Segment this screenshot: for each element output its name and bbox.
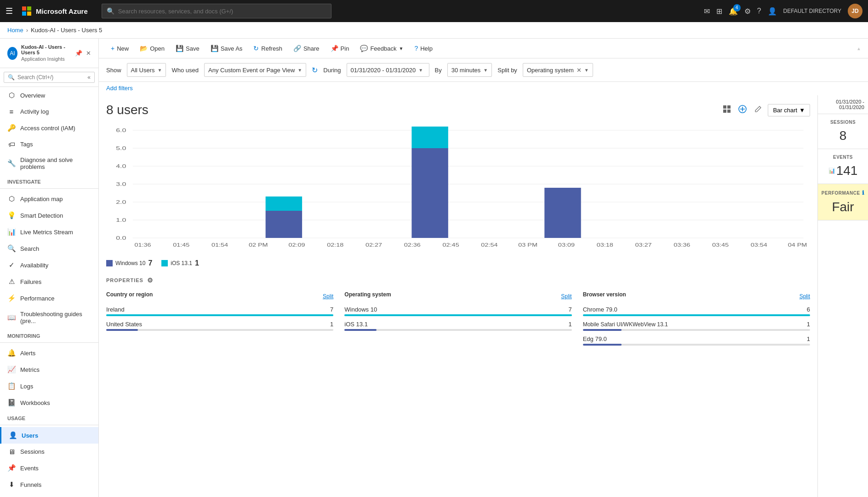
split-os-link[interactable]: Split [561,293,571,300]
search-input[interactable] [118,8,326,15]
sidebar-item-metrics[interactable]: 📈 Metrics [0,361,98,378]
sidebar-item-search[interactable]: 🔍 Search [0,240,98,257]
who-used-select[interactable]: Any Custom Event or Page View ▼ [204,63,306,77]
split-browser-link[interactable]: Split [799,293,810,300]
sidebar-item-sessions[interactable]: 🖥 Sessions [0,444,98,460]
notifications-icon[interactable]: 🔔 4 [729,7,738,16]
portal-icon[interactable]: ⊞ [716,7,722,16]
pin-icon: 📌 [331,45,338,52]
during-value: 01/31/2020 - 01/31/2020 [351,67,416,74]
settings-icon[interactable]: ⚙ [744,7,751,16]
sidebar-item-users[interactable]: 👤 Users [0,427,98,444]
sidebar-item-performance[interactable]: ⚡ Performance [0,290,98,306]
feedback-button[interactable]: 💬 Feedback ▼ [355,42,408,54]
sidebar-item-diagnose[interactable]: 🔧 Diagnose and solve problems [0,152,98,174]
sidebar-search-icon: 🔍 [8,74,15,81]
sidebar-item-workbooks[interactable]: 📓 Workbooks [0,394,98,411]
diagnose-icon: 🔧 [7,159,16,168]
svg-text:01:45: 01:45 [173,243,189,248]
prop-bar-windows10 [344,314,571,316]
prop-item-ios131-value: 1 [568,321,571,328]
save-as-label: Save As [221,45,243,52]
funnels-icon: ⬇ [7,480,16,489]
app-name: Microsoft Azure [36,7,88,15]
monitoring-section-label: Monitoring [0,329,98,341]
sidebar-item-logs[interactable]: 📋 Logs [0,378,98,394]
by-select[interactable]: 30 minutes ▼ [447,63,492,77]
sidebar-item-overview[interactable]: ⬡ Overview [0,87,98,104]
svg-rect-5 [727,105,731,109]
sidebar-item-label: Activity log [20,108,49,115]
sidebar-item-label: Search [20,245,39,252]
during-select[interactable]: 01/31/2020 - 01/31/2020 ▼ [347,63,429,77]
sidebar-item-failures[interactable]: ⚠ Failures [0,273,98,290]
share-button[interactable]: 🔗 Share [289,42,324,54]
sidebar-item-troubleshooting[interactable]: 📖 Troubleshooting guides (pre... [0,306,98,329]
collapse-icon[interactable]: « [87,74,91,81]
sidebar-item-funnels[interactable]: ⬇ Funnels [0,476,98,493]
by-value: 30 minutes [451,67,481,74]
bar-ios-1 [266,196,302,211]
breadcrumb-home[interactable]: Home [7,27,23,34]
add-chart-btn[interactable] [737,103,748,117]
date-range-line1: 01/31/2020 - [822,99,864,104]
svg-rect-3 [27,12,31,16]
content-area: + New 📂 Open 💾 Save 💾 Save As ↻ Refresh … [99,39,868,497]
properties-gear-icon[interactable]: ⚙ [147,277,154,284]
new-button[interactable]: + New [106,42,133,54]
svg-text:02 PM: 02 PM [249,243,268,248]
refresh-button[interactable]: ↻ Refresh [249,42,287,54]
save-icon: 💾 [176,45,183,52]
sidebar-item-live-metrics[interactable]: 📊 Live Metrics Stream [0,224,98,240]
pin-window-icon[interactable]: 📌 [75,50,82,57]
chart-type-button[interactable]: Bar chart ▼ [768,104,810,116]
hamburger-icon[interactable]: ☰ [6,6,13,16]
topbar: ☰ Microsoft Azure 🔍 ✉ ⊞ 🔔 4 ⚙ ? 👤 DEFAUL… [0,0,868,22]
notification-badge: 4 [733,4,741,12]
sidebar-item-app-map[interactable]: ⬡ Application map [0,191,98,207]
save-as-button[interactable]: 💾 Save As [206,42,247,54]
prop-item-windows10: Windows 10 7 [344,306,571,316]
performance-icon: ⚡ [7,294,16,302]
toolbar: + New 📂 Open 💾 Save 💾 Save As ↻ Refresh … [99,39,868,58]
svg-text:03:09: 03:09 [558,243,575,248]
table-view-btn[interactable] [721,103,733,117]
date-range-line2: 01/31/2020 [822,104,864,110]
sidebar-item-smart-detection[interactable]: 💡 Smart Detection [0,207,98,224]
save-button[interactable]: 💾 Save [171,42,204,54]
help-button[interactable]: ? Help [410,42,437,54]
pin-button[interactable]: 📌 Pin [326,42,354,54]
prop-item-chrome-label: Chrome 79.0 [583,306,617,313]
sidebar-item-availability[interactable]: ✓ Availability [0,257,98,273]
split-country-link[interactable]: Split [323,293,333,300]
performance-info-icon[interactable]: ℹ [862,190,865,196]
show-select[interactable]: All Users ▼ [127,63,166,77]
sidebar-search-box[interactable]: 🔍 « [4,72,95,83]
global-search[interactable]: 🔍 [102,4,331,18]
performance-label: PERFORMANCE ℹ [823,190,862,196]
edit-chart-btn[interactable] [752,103,764,117]
legend-ios131: iOS 13.1 1 [161,259,199,267]
add-filters-link[interactable]: Add filters [106,85,861,92]
svg-rect-2 [22,12,26,16]
split-by-select[interactable]: Operating system ✕ ▼ [523,63,593,77]
prop-item-ireland-header: Ireland 7 [106,306,333,313]
account-icon[interactable]: 👤 [768,7,777,16]
sidebar-item-alerts[interactable]: 🔔 Alerts [0,345,98,361]
sidebar-scroll-down[interactable]: ▼ [0,493,98,497]
email-icon[interactable]: ✉ [704,7,710,16]
sidebar-item-tags[interactable]: 🏷 Tags [0,136,98,152]
help-icon[interactable]: ? [757,7,761,15]
close-icon[interactable]: ✕ [86,50,91,57]
split-by-clear[interactable]: ✕ [577,67,582,74]
svg-text:03 PM: 03 PM [518,243,537,248]
open-button[interactable]: 📂 Open [135,42,169,54]
filter-refresh-icon[interactable]: ↻ [312,66,318,75]
sidebar-item-events[interactable]: 📌 Events [0,460,98,476]
prop-item-us: United States 1 [106,321,333,331]
sidebar-item-activity-log[interactable]: ≡ Activity log [0,104,98,120]
avatar[interactable]: JD [848,4,862,18]
sidebar-search-input[interactable] [17,74,85,81]
sidebar-item-iam[interactable]: 🔑 Access control (IAM) [0,120,98,136]
prop-bar-ireland [106,314,333,316]
